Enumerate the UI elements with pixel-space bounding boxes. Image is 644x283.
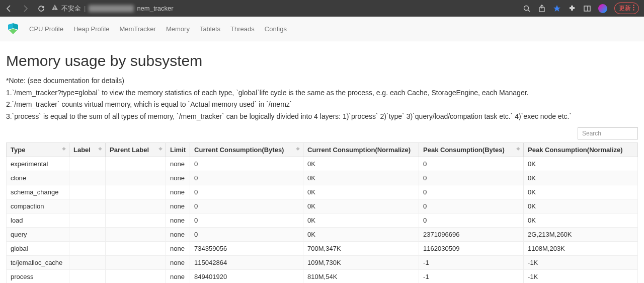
svg-point-7 — [633, 5, 634, 6]
nav-cpu-profile[interactable]: CPU Profile — [29, 25, 63, 33]
browser-bar: 不安全 | nem_tracker 更新 — [0, 0, 644, 17]
avatar-icon[interactable] — [598, 4, 607, 13]
cell-cb: 0 — [190, 199, 303, 213]
cell-type: tc/jemalloc_cache — [7, 255, 69, 269]
nav-configs[interactable]: Configs — [265, 25, 287, 33]
table-header-row: Type Label Parent Label Limit Current Co… — [7, 143, 638, 157]
cell-pb: 0 — [419, 213, 524, 227]
table-row: querynone00K23710966962G,213M,260K — [7, 227, 638, 241]
col-current-normalize[interactable]: Current Consumption(Normalize) — [303, 143, 419, 157]
table-row: experimentalnone00K00K — [7, 157, 638, 171]
back-icon[interactable] — [5, 5, 13, 13]
cell-cn: 109M,730K — [303, 255, 419, 269]
svg-point-9 — [633, 9, 634, 10]
reload-icon[interactable] — [37, 5, 45, 13]
cell-parent — [106, 241, 166, 255]
cell-cb: 0 — [190, 171, 303, 185]
note-line-3: 3.`process` is equal to the sum of all t… — [6, 111, 638, 122]
page-content: Memory usage by subsystem *Note: (see do… — [0, 41, 644, 283]
cell-type: process — [7, 269, 69, 283]
share-icon[interactable] — [538, 5, 546, 13]
cell-pn: 0K — [524, 185, 638, 199]
cell-type: clone — [7, 171, 69, 185]
cell-cn: 810M,54K — [303, 269, 419, 283]
nav-memory[interactable]: Memory — [166, 25, 190, 33]
panel-icon[interactable] — [583, 5, 591, 13]
cell-label — [69, 213, 106, 227]
cell-pn: 0K — [524, 199, 638, 213]
cell-pn: 2G,213M,260K — [524, 227, 638, 241]
forward-icon[interactable] — [21, 5, 29, 13]
nav-memtracker[interactable]: MemTracker — [119, 25, 155, 33]
browser-nav — [5, 5, 45, 13]
cell-cn: 0K — [303, 157, 419, 171]
note-line-2: 2.`/mem_tracker` counts virtual memory, … — [6, 99, 638, 110]
cell-parent — [106, 185, 166, 199]
url-host-blurred — [89, 5, 134, 12]
update-button[interactable]: 更新 — [614, 3, 639, 14]
table-row: tc/jemalloc_cachenone115042864109M,730K-… — [7, 255, 638, 269]
nav-tablets[interactable]: Tablets — [200, 25, 220, 33]
cell-type: compaction — [7, 199, 69, 213]
col-label[interactable]: Label — [69, 143, 106, 157]
table-row: globalnone734359056700M,347K116203050911… — [7, 241, 638, 255]
cell-cb: 0 — [190, 185, 303, 199]
cell-limit: none — [166, 171, 190, 185]
cell-pn: 1108M,203K — [524, 241, 638, 255]
bookmark-star-icon[interactable] — [553, 5, 561, 13]
cell-type: global — [7, 241, 69, 255]
svg-point-8 — [633, 7, 634, 8]
cell-limit: none — [166, 213, 190, 227]
note-block: *Note: (see documentation for details) 1… — [6, 76, 638, 122]
cell-cb: 115042864 — [190, 255, 303, 269]
cell-pb: 0 — [419, 157, 524, 171]
cell-pb: 0 — [419, 185, 524, 199]
svg-point-2 — [524, 6, 529, 10]
cell-pn: -1K — [524, 269, 638, 283]
insecure-label: 不安全 — [61, 4, 81, 13]
cell-parent — [106, 199, 166, 213]
cell-cn: 0K — [303, 213, 419, 227]
search-icon[interactable] — [523, 5, 531, 13]
cell-pn: 0K — [524, 157, 638, 171]
col-current-bytes[interactable]: Current Consumption(Bytes) — [190, 143, 303, 157]
cell-cn: 0K — [303, 199, 419, 213]
cell-type: load — [7, 213, 69, 227]
cell-pn: 0K — [524, 213, 638, 227]
col-peak-bytes[interactable]: Peak Consumption(Bytes) — [419, 143, 524, 157]
nav-heap-profile[interactable]: Heap Profile — [73, 25, 110, 33]
cell-limit: none — [166, 227, 190, 241]
col-parent-label[interactable]: Parent Label — [106, 143, 166, 157]
cell-pb: -1 — [419, 255, 524, 269]
col-peak-normalize[interactable]: Peak Consumption(Normalize) — [524, 143, 638, 157]
table-row: clonenone00K00K — [7, 171, 638, 185]
col-limit[interactable]: Limit — [166, 143, 190, 157]
table-row: processnone849401920810M,54K-1-1K — [7, 269, 638, 283]
cell-parent — [106, 171, 166, 185]
extensions-icon[interactable] — [568, 5, 576, 13]
url-bar[interactable]: 不安全 | nem_tracker — [51, 4, 174, 13]
svg-rect-5 — [584, 6, 590, 11]
cell-parent — [106, 213, 166, 227]
cell-pb: 0 — [419, 199, 524, 213]
nav-links: CPU Profile Heap Profile MemTracker Memo… — [29, 25, 287, 33]
nav-threads[interactable]: Threads — [230, 25, 255, 33]
cell-type: experimental — [7, 157, 69, 171]
search-input[interactable] — [578, 127, 638, 139]
cell-limit: none — [166, 157, 190, 171]
browser-right-icons: 更新 — [523, 3, 639, 14]
kebab-icon — [633, 5, 634, 12]
table-row: schema_changenone00K00K — [7, 185, 638, 199]
table-row: compactionnone00K00K — [7, 199, 638, 213]
cell-cn: 0K — [303, 171, 419, 185]
top-navbar: CPU Profile Heap Profile MemTracker Memo… — [0, 17, 644, 41]
table-row: loadnone00K00K — [7, 213, 638, 227]
app-logo-icon[interactable] — [7, 23, 19, 35]
cell-cb: 0 — [190, 227, 303, 241]
cell-parent — [106, 269, 166, 283]
cell-cb: 0 — [190, 157, 303, 171]
cell-cb: 0 — [190, 213, 303, 227]
cell-pb: 2371096696 — [419, 227, 524, 241]
cell-parent — [106, 227, 166, 241]
col-type[interactable]: Type — [7, 143, 69, 157]
